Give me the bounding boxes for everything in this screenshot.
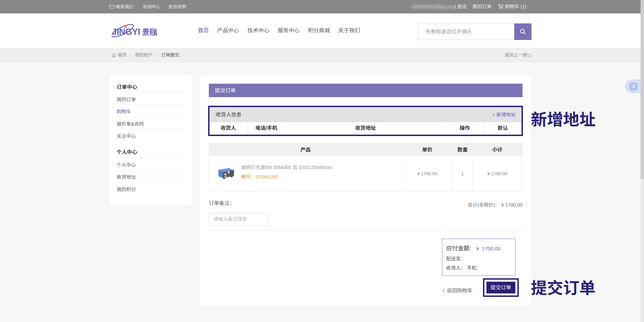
svg-text:景颐: 景颐 [142, 26, 158, 37]
